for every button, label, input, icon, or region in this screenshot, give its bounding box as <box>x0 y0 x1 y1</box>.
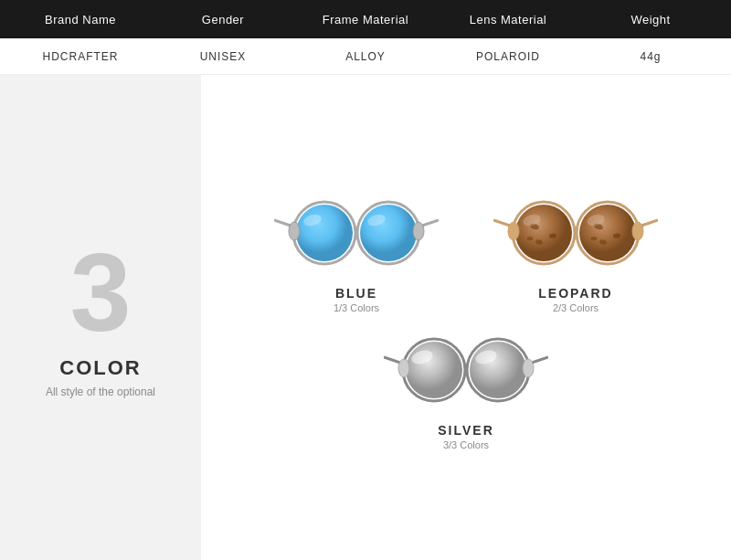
spec-brand: HDCRAFTER <box>9 50 152 63</box>
color-label: COLOR <box>59 356 141 380</box>
spec-frame: ALLOY <box>294 50 437 63</box>
svg-point-7 <box>413 222 424 240</box>
glasses-silver-image <box>384 322 548 414</box>
svg-point-1 <box>296 205 353 261</box>
svg-point-6 <box>289 222 300 240</box>
spec-weight: 44g <box>579 50 722 63</box>
svg-point-11 <box>515 205 572 261</box>
main-content: 3 COLOR All style of the optional <box>0 75 731 560</box>
color-item-blue: BLUE 1/3 Colors <box>274 185 439 313</box>
glasses-blue-image <box>274 185 439 277</box>
colors-row-top: BLUE 1/3 Colors <box>228 185 704 313</box>
svg-point-3 <box>360 205 417 261</box>
header-gender: Gender <box>152 13 294 26</box>
svg-point-17 <box>527 237 534 240</box>
svg-point-29 <box>406 342 462 398</box>
svg-point-25 <box>632 222 643 240</box>
color-name-leopard: LEOPARD <box>538 286 612 301</box>
color-sublabel: All style of the optional <box>46 386 155 398</box>
color-item-silver: SILVER 3/3 Colors <box>384 322 548 450</box>
color-name-silver: SILVER <box>438 423 494 438</box>
glasses-leopard-image <box>493 185 658 277</box>
header-weight: Weight <box>579 13 722 26</box>
colors-grid: BLUE 1/3 Colors <box>228 185 704 450</box>
right-panel: BLUE 1/3 Colors <box>201 75 731 560</box>
color-count-number: 3 <box>70 238 132 347</box>
color-item-leopard: LEOPARD 2/3 Colors <box>493 185 658 313</box>
left-panel: 3 COLOR All style of the optional <box>0 75 201 560</box>
specs-row: HDCRAFTER UNISEX ALLOY POLAROID 44g <box>0 38 731 75</box>
header-bar: Brand Name Gender Frame Material Lens Ma… <box>0 0 731 38</box>
svg-point-35 <box>523 359 534 377</box>
color-name-blue: BLUE <box>335 286 377 301</box>
svg-point-24 <box>508 222 519 240</box>
spec-gender: UNISEX <box>152 50 294 63</box>
colors-row-bottom: SILVER 3/3 Colors <box>228 322 704 450</box>
header-brand: Brand Name <box>9 13 152 26</box>
color-count-silver: 3/3 Colors <box>443 439 489 450</box>
svg-point-31 <box>470 342 526 398</box>
color-count-blue: 1/3 Colors <box>334 302 379 313</box>
spec-lens: POLAROID <box>437 50 579 63</box>
svg-point-21 <box>591 237 598 240</box>
svg-point-13 <box>579 205 636 261</box>
header-frame: Frame Material <box>294 13 437 26</box>
color-count-leopard: 2/3 Colors <box>553 302 599 313</box>
header-lens: Lens Material <box>437 13 579 26</box>
svg-point-34 <box>398 359 409 377</box>
